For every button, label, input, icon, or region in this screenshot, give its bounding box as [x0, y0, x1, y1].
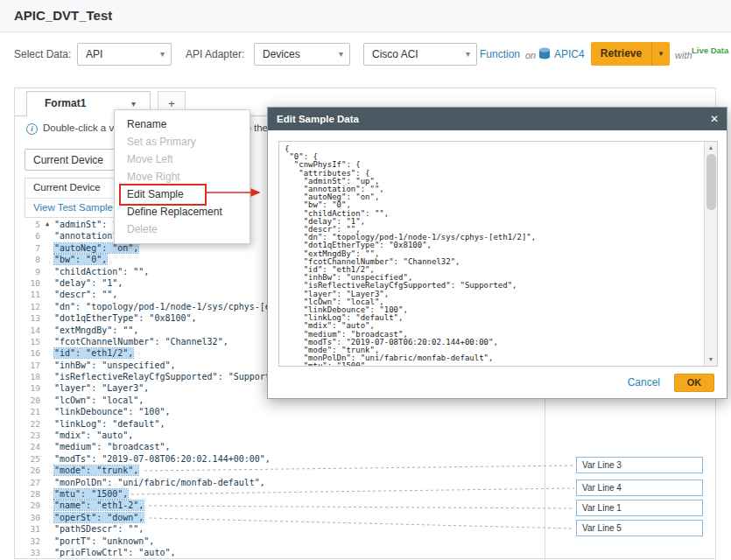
code-text[interactable]: "descr": "",: [54, 290, 117, 299]
line-number: 8: [16, 254, 40, 265]
modal-footer: Cancel OK: [628, 373, 714, 392]
adapter-type-dropdown[interactable]: Cisco ACI ▾: [363, 43, 477, 66]
retrieve-button[interactable]: Retrieve ▾: [591, 42, 670, 66]
var-box-4[interactable]: Var Line 5: [576, 520, 703, 536]
highlighted-code-text[interactable]: "mode": "trunk",: [54, 466, 138, 475]
sample-json-text: { "0": { "cnwPhysIf": { "attributes": { …: [279, 142, 704, 366]
cancel-button[interactable]: Cancel: [628, 376, 660, 388]
var-box-2[interactable]: Var Line 4: [576, 480, 703, 496]
code-text[interactable]: "inhBw": "unspecified",: [54, 360, 175, 370]
modal-title: Edit Sample Data: [277, 114, 359, 124]
code-text[interactable]: "pathSDescr": "",: [54, 524, 144, 534]
line-number: 21: [16, 406, 40, 417]
code-line-31[interactable]: 31"pathSDescr": "",: [16, 523, 545, 535]
code-line-24[interactable]: 24"medium": "broadcast",: [16, 441, 545, 452]
fold-icon[interactable]: ▲: [40, 219, 54, 230]
retrieve-dropdown-toggle[interactable]: ▾: [651, 42, 670, 66]
ok-button[interactable]: OK: [674, 374, 714, 392]
code-line-28[interactable]: 28"mtu": "1500",: [16, 488, 545, 500]
code-text[interactable]: "portT": "unknown",: [54, 536, 154, 546]
scroll-down-icon[interactable]: ▼: [705, 354, 717, 366]
select-data-value: API: [86, 48, 102, 60]
line-number: 28: [16, 488, 40, 500]
code-text[interactable]: "isReflectiveRelayCfgSupported": "Suppor…: [54, 372, 292, 382]
sample-json-textarea[interactable]: { "0": { "cnwPhysIf": { "attributes": { …: [278, 141, 718, 367]
code-line-29[interactable]: 29"name": "eth1-2",: [16, 500, 545, 511]
retrieve-label: Retrieve: [591, 42, 651, 66]
chevron-down-icon: ▾: [160, 44, 165, 65]
code-text[interactable]: "medium": "broadcast",: [54, 442, 170, 452]
device-link[interactable]: APIC4: [554, 43, 585, 66]
code-line-30[interactable]: 30"operSt": "down",: [16, 512, 545, 523]
highlighted-code-text[interactable]: "mtu": "1500",: [54, 489, 128, 499]
highlighted-code-text[interactable]: "id": "eth1/2",: [54, 348, 133, 358]
line-number: 23: [16, 430, 40, 441]
line-number: 18: [16, 371, 40, 382]
on-text: on: [525, 45, 536, 66]
menu-item-edit-sample[interactable]: Edit Sample: [115, 186, 250, 203]
select-data-dropdown[interactable]: API ▾: [77, 43, 172, 66]
var-box-1[interactable]: Var Line 3: [576, 457, 703, 473]
menu-item-define-replacement[interactable]: Define Replacement: [115, 203, 250, 220]
var-box-3[interactable]: Var Line 1: [576, 500, 703, 516]
code-text[interactable]: "childAction": "",: [54, 267, 149, 276]
api-adapter-value: Devices: [263, 48, 300, 60]
edit-sample-modal: Edit Sample Data ✕ { "0": { "cnwPhysIf":…: [267, 107, 727, 399]
highlighted-code-text[interactable]: "name": "eth1-2",: [54, 500, 144, 510]
api-adapter-label: API Adapter:: [186, 43, 244, 66]
chevron-down-icon: ▾: [659, 49, 664, 58]
chevron-down-icon: ▾: [339, 44, 343, 65]
chevron-down-icon: ▾: [466, 44, 470, 65]
close-icon[interactable]: ✕: [710, 108, 719, 130]
line-number: 30: [16, 512, 40, 523]
code-text[interactable]: "prioFlowCtrl": "auto",: [54, 548, 175, 557]
code-text[interactable]: "modTs": "2019-07-08T06:20:02.144+00:00"…: [54, 454, 271, 464]
context-menu: RenameSet as PrimaryMove LeftMove RightE…: [114, 109, 250, 244]
api-adapter-dropdown[interactable]: Devices ▾: [254, 43, 350, 66]
highlighted-code-text[interactable]: "operSt": "down",: [54, 513, 144, 522]
line-number: 20: [16, 395, 40, 406]
code-text[interactable]: "layer": "Layer3",: [54, 383, 149, 393]
code-line-21[interactable]: 21"linkDebounce": "100",: [16, 406, 545, 417]
code-text[interactable]: "lcOwn": "local",: [54, 396, 144, 405]
live-data-link[interactable]: Live Data: [692, 46, 728, 55]
code-line-23[interactable]: 23"mdix": "auto",: [16, 430, 545, 441]
code-line-27[interactable]: 27"monPolDn": "uni/fabric/monfab-default…: [16, 477, 545, 488]
code-text[interactable]: "extMngdBy": "",: [54, 326, 138, 335]
highlighted-code-text[interactable]: "bw": "0",: [54, 255, 107, 264]
line-number: 26: [16, 465, 40, 476]
code-text[interactable]: "dot1qEtherType": "0x8100",: [54, 313, 197, 323]
code-line-33[interactable]: 33"prioFlowCtrl": "auto",: [16, 547, 545, 558]
line-number: 27: [16, 477, 40, 488]
modal-header[interactable]: Edit Sample Data ✕: [268, 108, 727, 130]
titlebar: APIC_DVT_Test: [0, 0, 731, 32]
code-line-26[interactable]: 26"mode": "trunk",: [16, 465, 545, 476]
menu-item-set-as-primary: Set as Primary: [115, 133, 250, 150]
toolbar: Select Data: API ▾ API Adapter: Devices …: [0, 32, 731, 78]
highlighted-code-text[interactable]: "autoNeg": "on",: [54, 243, 138, 253]
function-link[interactable]: Function: [480, 43, 520, 66]
scrollbar-thumb[interactable]: [706, 154, 716, 210]
code-text[interactable]: "delay": "1",: [54, 278, 123, 288]
line-number: 31: [16, 523, 40, 535]
modal-scrollbar[interactable]: ▲ ▼: [704, 142, 717, 366]
menu-item-rename[interactable]: Rename: [115, 116, 250, 133]
line-number: 16: [16, 347, 40, 359]
code-text[interactable]: "fcotChannelNumber": "Channel32",: [54, 337, 228, 346]
line-number: 15: [16, 336, 40, 347]
code-text[interactable]: "linkDebounce": "100",: [54, 407, 170, 416]
line-number: 19: [16, 382, 40, 394]
code-line-25[interactable]: 25"modTs": "2019-07-08T06:20:02.144+00:0…: [16, 453, 545, 465]
code-line-32[interactable]: 32"portT": "unknown",: [16, 536, 545, 547]
code-text[interactable]: "monPolDn": "uni/fabric/monfab-default",: [54, 478, 265, 487]
select-data-label: Select Data:: [14, 43, 71, 66]
code-text[interactable]: "mdix": "auto",: [54, 430, 133, 440]
code-line-22[interactable]: 22"linkLog": "default",: [16, 418, 545, 430]
line-number: 7: [16, 242, 40, 254]
tab-format1-label: Format1: [45, 97, 86, 109]
line-number: 10: [16, 277, 40, 289]
code-text[interactable]: "linkLog": "default",: [54, 419, 165, 429]
with-text: with: [675, 45, 692, 66]
scroll-up-icon[interactable]: ▲: [705, 142, 717, 154]
page-title: APIC_DVT_Test: [0, 0, 731, 32]
